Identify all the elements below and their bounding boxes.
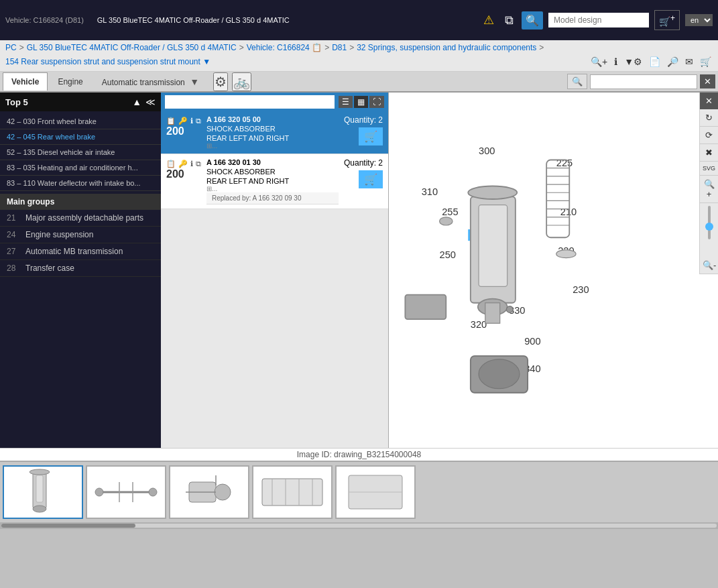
zoom-slider-track <box>700 203 718 257</box>
part-icon-key[interactable]: 🔑 <box>178 117 188 125</box>
svg-point-12 <box>468 186 517 199</box>
diag-svg-btn[interactable]: SVG <box>700 162 718 176</box>
breadcrumb-154[interactable]: 154 Rear suspension strut and suspension… <box>5 57 211 66</box>
part-item-icons-1: 📋 🔑 ℹ ⧉ <box>166 160 201 168</box>
part-icon-doc[interactable]: 📋 <box>166 117 176 125</box>
part-icon-info[interactable]: ℹ <box>190 117 193 125</box>
diag-close-btn[interactable]: ✕ <box>700 93 718 109</box>
parts-toolbar: ☰ ▦ ⛶ <box>161 93 388 111</box>
svg-point-29 <box>149 488 157 496</box>
email-icon[interactable]: ✉ <box>684 55 695 68</box>
breadcrumb-model[interactable]: GL 350 BlueTEC 4MATIC Off-Roader / GLS 3… <box>27 43 237 52</box>
part-num-0: 📋 🔑 ℹ ⧉ 200 <box>166 115 201 137</box>
part-add-cart-0[interactable]: 🛒 <box>359 127 383 145</box>
top-bar-actions: ⚠ ⧉ 🔍 🛒+ en <box>481 10 713 30</box>
part-qty-cart-1: Quantity: 2 🛒 <box>344 158 383 188</box>
part-icon-copy-1[interactable]: ⧉ <box>196 160 201 168</box>
parts-list-view-btn[interactable]: ☰ <box>339 96 353 108</box>
thumbnail-1[interactable] <box>86 465 166 519</box>
part-icon-key-1[interactable]: 🔑 <box>178 160 188 168</box>
main-group-27[interactable]: 27 Automatic MB transmission <box>0 243 161 260</box>
thumbnail-scrollbar[interactable] <box>0 522 718 529</box>
top5-item-2[interactable]: 52 – 135 Diesel vehicle air intake <box>0 145 161 160</box>
breadcrumb: PC > GL 350 BlueTEC 4MATIC Off-Roader / … <box>0 40 718 72</box>
tab-automatic-transmission[interactable]: Automatic transmission ▼ <box>93 72 208 91</box>
part-name-1: SHOCK ABSORBER <box>206 168 339 176</box>
sidebar-collapse-btn[interactable]: ▲ <box>132 97 141 107</box>
sidebar: Top 5 ▲ ≪ 42 – 030 Front wheel brake 42 … <box>0 93 161 448</box>
diag-zoom-out-btn[interactable]: 🔍- <box>700 257 718 274</box>
label-230: 230 <box>573 284 589 295</box>
warning-icon[interactable]: ⚠ <box>481 11 497 29</box>
label-320: 320 <box>471 320 487 331</box>
thumbnail-2[interactable] <box>169 465 249 519</box>
svg-point-15 <box>556 250 576 258</box>
add-cart-icon[interactable]: 🛒+ <box>654 10 680 30</box>
model-search-input[interactable] <box>548 13 649 27</box>
parts-view-buttons: ☰ ▦ ⛶ <box>339 96 384 108</box>
svg-rect-0 <box>389 143 699 397</box>
breadcrumb-springs[interactable]: 32 Springs, suspension and hydraulic com… <box>357 43 536 52</box>
image-id-bar: Image ID: drawing_B32154000048 <box>0 448 718 461</box>
main-group-24[interactable]: 24 Engine suspension <box>0 227 161 243</box>
diag-rotate-btn[interactable]: ↻ <box>700 109 718 127</box>
top5-item-4[interactable]: 83 – 110 Water deflector with intake bo.… <box>0 176 161 191</box>
top5-list: 42 – 030 Front wheel brake 42 – 045 Rear… <box>0 111 161 194</box>
vehicle-info: Vehicle: C166824 (D81) <box>5 16 84 24</box>
info-icon[interactable]: ℹ <box>613 55 619 68</box>
svg-point-21 <box>506 306 513 313</box>
part-icon-doc-1[interactable]: 📋 <box>166 160 176 168</box>
part-icon-info-1[interactable]: ℹ <box>190 160 193 168</box>
top5-item-0[interactable]: 42 – 030 Front wheel brake <box>0 114 161 129</box>
part-code-1: A 166 320 01 30 <box>206 158 339 166</box>
part-item-1[interactable]: 📋 🔑 ℹ ⧉ 200 A 166 320 01 30 SHOCK ABSORB… <box>161 154 388 209</box>
tab-search-clear-button[interactable]: ✕ <box>700 74 715 89</box>
tab-bar: Vehicle Engine Automatic transmission ▼ … <box>0 72 718 93</box>
tab-extra-icon2[interactable]: 🚲 <box>232 72 251 91</box>
diagram-toolbar: ✕ ↻ ⟳ ✖ SVG 🔍+ 🔍- <box>699 93 718 274</box>
breadcrumb-vehicle[interactable]: Vehicle: C166824 📋 <box>247 43 322 52</box>
doc-search-icon[interactable]: 🔎 <box>666 55 680 68</box>
thumbnail-4[interactable] <box>335 465 416 519</box>
part-icon-copy[interactable]: ⧉ <box>196 117 201 125</box>
thumbnail-3[interactable] <box>252 465 333 519</box>
search-icon[interactable]: 🔍 <box>522 11 543 30</box>
svg-point-33 <box>215 484 231 500</box>
parts-expand-btn[interactable]: ⛶ <box>369 96 384 108</box>
zoom-slider-thumb[interactable] <box>705 223 713 231</box>
diag-history-btn[interactable]: ⟳ <box>700 127 718 144</box>
diag-zoom-in-btn[interactable]: 🔍+ <box>700 176 718 203</box>
breadcrumb-pc[interactable]: PC <box>5 43 17 52</box>
tab-vehicle[interactable]: Vehicle <box>3 72 48 91</box>
main-group-21[interactable]: 21 Major assembly detachable parts <box>0 210 161 227</box>
scrollbar-thumb[interactable] <box>1 524 135 528</box>
language-select[interactable]: en <box>685 14 713 26</box>
sidebar-expand-btn[interactable]: ≪ <box>145 97 156 107</box>
document-icon[interactable]: 📄 <box>648 55 662 68</box>
top5-item-1[interactable]: 42 – 045 Rear wheel brake <box>0 129 161 145</box>
tab-search-input[interactable] <box>590 74 697 89</box>
label-250: 250 <box>440 249 456 260</box>
breadcrumb-d81[interactable]: D81 <box>332 43 347 52</box>
svg-rect-16 <box>405 295 446 320</box>
tab-engine[interactable]: Engine <box>49 72 91 91</box>
thumbnail-0[interactable] <box>3 465 83 519</box>
cart-icon[interactable]: 🛒 <box>699 55 713 68</box>
model-label: GL 350 BlueTEC 4MATIC Off-Roader / GLS 3… <box>97 16 467 24</box>
part-add-cart-1[interactable]: 🛒 <box>359 170 383 188</box>
diag-cross-btn[interactable]: ✖ <box>700 144 718 162</box>
parts-search-input[interactable] <box>165 95 335 109</box>
tab-dropdown-icon[interactable]: ▼ <box>190 76 199 87</box>
main-group-28[interactable]: 28 Transfer case <box>0 260 161 277</box>
part-qty-0: Quantity: 2 <box>344 115 383 125</box>
svg-point-25 <box>29 469 50 475</box>
tab-search-button[interactable]: 🔍 <box>567 74 587 89</box>
zoom-in-icon[interactable]: 🔍+ <box>589 55 609 68</box>
top5-item-3[interactable]: 83 – 035 Heating and air conditioner h..… <box>0 160 161 176</box>
filter-icon[interactable]: ▼⚙ <box>623 55 644 68</box>
part-item-0[interactable]: 📋 🔑 ℹ ⧉ 200 A 166 320 05 00 SHOCK ABSORB… <box>161 111 388 154</box>
part-table-icon-0: ⊞... <box>206 142 339 150</box>
tab-extra-icon1[interactable]: ⚙ <box>213 72 228 91</box>
parts-grid-view-btn[interactable]: ▦ <box>354 96 368 108</box>
copy-icon[interactable]: ⧉ <box>502 12 516 29</box>
